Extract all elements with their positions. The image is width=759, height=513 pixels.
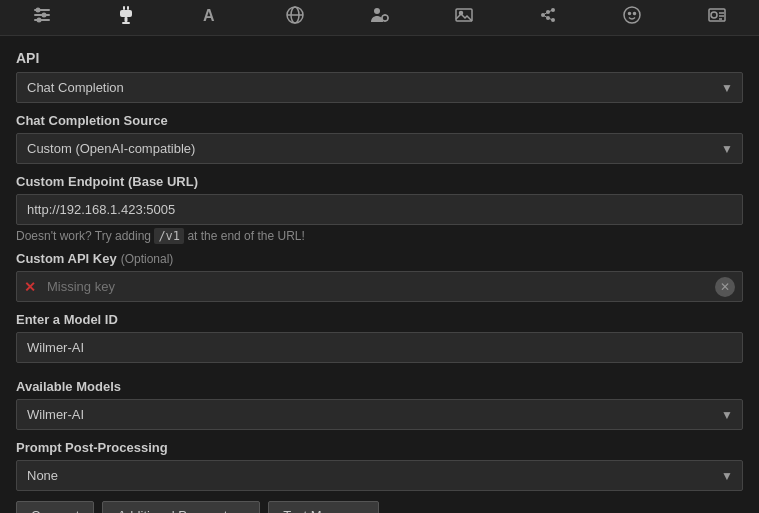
custom-endpoint-input[interactable] xyxy=(16,194,743,225)
svg-rect-10 xyxy=(122,22,130,24)
api-select[interactable]: Chat Completion xyxy=(16,72,743,103)
action-buttons-row: Connect Additional Parameters Test Messa… xyxy=(16,501,743,513)
chat-completion-source-wrapper: Custom (OpenAI-compatible) ▼ xyxy=(16,133,743,164)
main-content: API Chat Completion ▼ Chat Completion So… xyxy=(0,36,759,513)
svg-point-33 xyxy=(629,13,631,15)
top-navigation: A xyxy=(0,0,759,36)
globe-icon[interactable] xyxy=(277,1,313,34)
svg-point-36 xyxy=(711,12,717,18)
svg-point-3 xyxy=(36,8,41,13)
endpoint-hint: Doesn't work? Try adding /v1 at the end … xyxy=(16,229,743,243)
svg-rect-7 xyxy=(127,6,129,10)
model-id-input[interactable] xyxy=(16,332,743,363)
text-format-icon[interactable]: A xyxy=(193,1,229,34)
svg-point-15 xyxy=(374,8,380,14)
person-gear-icon[interactable] xyxy=(361,1,397,34)
emoji-icon[interactable] xyxy=(614,1,650,34)
test-message-button[interactable]: Test Message xyxy=(268,501,378,513)
available-models-wrapper: Wilmer-AI ▼ xyxy=(16,399,743,430)
svg-point-5 xyxy=(37,18,42,23)
custom-api-key-label: Custom API Key(Optional) xyxy=(16,251,743,266)
api-key-error-icon: ✕ xyxy=(24,279,36,295)
api-key-clear-button[interactable]: ✕ xyxy=(715,277,735,297)
api-section-title: API xyxy=(16,50,743,66)
share-icon[interactable] xyxy=(530,1,566,34)
image-icon[interactable] xyxy=(446,1,482,34)
prompt-post-processing-wrapper: None ▼ xyxy=(16,460,743,491)
svg-rect-2 xyxy=(34,19,50,21)
connect-button[interactable]: Connect xyxy=(16,501,94,513)
sliders-icon[interactable] xyxy=(24,1,60,34)
api-key-wrapper: ✕ ✕ xyxy=(16,271,743,302)
svg-rect-9 xyxy=(125,17,128,22)
api-select-wrapper: Chat Completion ▼ xyxy=(16,72,743,103)
svg-text:A: A xyxy=(203,7,215,24)
plug-icon[interactable] xyxy=(108,1,144,34)
card-icon[interactable] xyxy=(699,1,735,34)
svg-point-16 xyxy=(382,15,388,21)
svg-point-34 xyxy=(634,13,636,15)
prompt-post-processing-select[interactable]: None xyxy=(16,460,743,491)
svg-point-32 xyxy=(624,7,640,23)
prompt-post-processing-label: Prompt Post-Processing xyxy=(16,440,743,455)
svg-point-4 xyxy=(42,13,47,18)
svg-rect-8 xyxy=(120,10,132,17)
svg-rect-6 xyxy=(123,6,125,10)
api-key-input[interactable] xyxy=(16,271,743,302)
chat-completion-source-label: Chat Completion Source xyxy=(16,113,743,128)
custom-endpoint-label: Custom Endpoint (Base URL) xyxy=(16,174,743,189)
available-models-label: Available Models xyxy=(16,379,743,394)
model-id-label: Enter a Model ID xyxy=(16,312,743,327)
additional-parameters-button[interactable]: Additional Parameters xyxy=(102,501,260,513)
chat-completion-source-select[interactable]: Custom (OpenAI-compatible) xyxy=(16,133,743,164)
available-models-select[interactable]: Wilmer-AI xyxy=(16,399,743,430)
